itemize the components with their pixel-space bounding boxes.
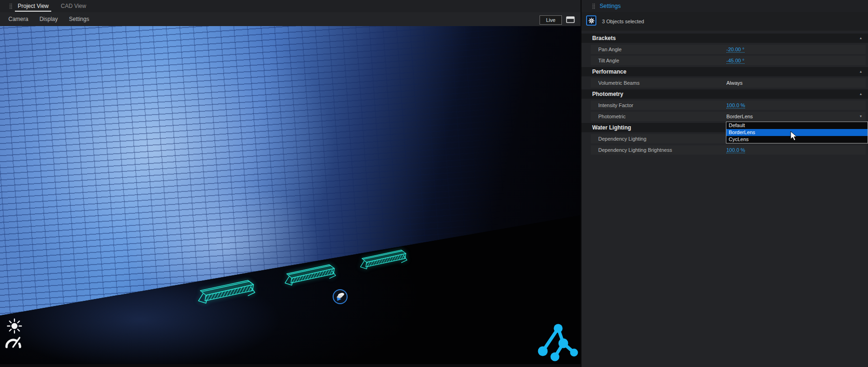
dropdown-arrow-icon[interactable]: ▼ bbox=[859, 112, 862, 121]
property-label: Tilt Angle bbox=[591, 58, 726, 63]
property-row-intensity-factor: Intensity Factor100.0 % bbox=[591, 101, 866, 110]
settings-panel: Settings 3 Objects selected Brackets▲Pan… bbox=[581, 0, 868, 367]
tab-cad-view[interactable]: CAD View bbox=[60, 0, 87, 12]
section-title: Water Lighting bbox=[592, 124, 631, 131]
view-tab-bar: Project View CAD View bbox=[0, 0, 581, 12]
property-value-photometric[interactable]: BorderLens bbox=[726, 114, 753, 119]
property-value-tilt-angle[interactable]: -45.00 ° bbox=[726, 58, 745, 64]
property-label: Volumetric Beams bbox=[591, 80, 726, 86]
menu-display[interactable]: Display bbox=[40, 16, 58, 22]
light-fixture-1[interactable] bbox=[198, 277, 256, 305]
section-title: Photometry bbox=[592, 91, 623, 97]
application-window: Project View CAD View Camera Display Set… bbox=[0, 0, 868, 367]
selection-status: 3 Objects selected bbox=[602, 12, 644, 31]
tab-project-view[interactable]: Project View bbox=[17, 0, 49, 12]
drag-handle-icon[interactable] bbox=[9, 3, 12, 9]
mouse-cursor bbox=[790, 131, 798, 141]
viewport-pane: Project View CAD View Camera Display Set… bbox=[0, 0, 581, 367]
property-label: Dependency Lighting bbox=[591, 136, 726, 142]
section-header-performance[interactable]: Performance▲ bbox=[581, 67, 868, 76]
dropdown-option-default[interactable]: Default bbox=[726, 122, 868, 129]
section-header-brackets[interactable]: Brackets▲ bbox=[581, 34, 868, 43]
gear-icon bbox=[588, 18, 595, 24]
section-header-photometry[interactable]: Photometry▲ bbox=[581, 89, 868, 99]
node-graph-logo bbox=[537, 323, 580, 364]
menu-camera[interactable]: Camera bbox=[8, 16, 28, 22]
selection-row: 3 Objects selected bbox=[581, 12, 868, 31]
light-fixture-2[interactable] bbox=[284, 261, 337, 286]
collapse-arrow-icon[interactable]: ▲ bbox=[859, 67, 862, 76]
drag-handle-icon[interactable] bbox=[592, 3, 595, 9]
viewport-menu-bar: Camera Display Settings Live bbox=[0, 12, 581, 26]
property-label: Intensity Factor bbox=[591, 102, 726, 108]
panel-title[interactable]: Settings bbox=[600, 3, 621, 9]
section-title: Performance bbox=[592, 68, 626, 75]
property-value-intensity-factor[interactable]: 100.0 % bbox=[726, 102, 745, 109]
property-row-pan-angle: Pan Angle-20.00 ° bbox=[591, 45, 866, 54]
live-button[interactable]: Live bbox=[540, 15, 562, 25]
property-row-volumetric-beams: Volumetric BeamsAlways bbox=[591, 78, 866, 88]
property-row-dependency-lighting-brightness: Dependency Lighting Brightness100.0 % bbox=[591, 145, 866, 155]
gauge-icon[interactable] bbox=[4, 334, 22, 350]
property-row-photometric: PhotometricBorderLens▼ bbox=[591, 112, 866, 121]
menu-settings[interactable]: Settings bbox=[69, 16, 89, 22]
settings-panel-header: Settings bbox=[581, 0, 868, 12]
monitor-icon[interactable] bbox=[566, 16, 575, 23]
fixture-hub-icon[interactable] bbox=[332, 289, 348, 305]
property-row-tilt-angle: Tilt Angle-45.00 ° bbox=[591, 56, 866, 65]
property-value-dependency-lighting-brightness[interactable]: 100.0 % bbox=[726, 147, 745, 153]
section-title: Brackets bbox=[592, 35, 616, 41]
property-label: Pan Angle bbox=[591, 47, 726, 52]
3d-viewport[interactable] bbox=[0, 26, 581, 364]
property-label: Dependency Lighting Brightness bbox=[591, 147, 726, 153]
object-settings-button[interactable] bbox=[586, 15, 596, 26]
light-fixture-3[interactable] bbox=[360, 247, 408, 270]
sun-icon[interactable] bbox=[6, 318, 23, 334]
collapse-arrow-icon[interactable]: ▲ bbox=[859, 34, 862, 43]
property-label: Photometric bbox=[591, 114, 726, 119]
property-value-volumetric-beams[interactable]: Always bbox=[726, 80, 743, 86]
property-value-pan-angle[interactable]: -20.00 ° bbox=[726, 47, 745, 53]
collapse-arrow-icon[interactable]: ▲ bbox=[859, 89, 862, 99]
